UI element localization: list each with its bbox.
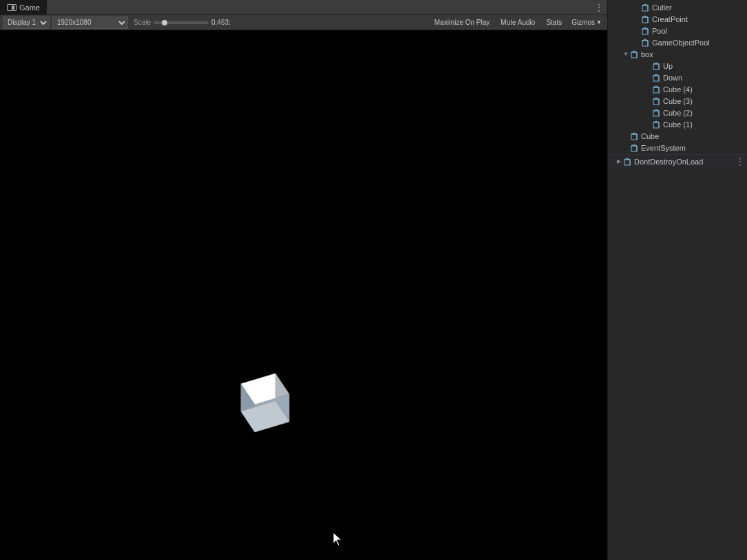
hierarchy-item-down[interactable]: Down [608, 72, 747, 83]
cube-icon-cube2 [652, 108, 662, 118]
hierarchy-item-pool[interactable]: Pool [608, 25, 747, 36]
svg-rect-22 [653, 64, 659, 69]
svg-rect-19 [631, 52, 637, 58]
cube-icon-culler [641, 3, 651, 12]
scale-value: 0.463: [211, 19, 231, 26]
scale-slider-thumb [162, 20, 167, 25]
cube-icon-eventsystem [630, 143, 640, 153]
game-tab[interactable]: Game [0, 0, 47, 14]
label-cube3: Cube (3) [663, 97, 693, 105]
label-gameobjectpool: GameObjectPool [652, 39, 710, 47]
expand-up [644, 62, 652, 70]
cube-svg [224, 367, 306, 435]
hierarchy-item-box[interactable]: box [608, 48, 747, 60]
expand-down [644, 74, 652, 82]
display-select[interactable]: Display 1 [3, 17, 50, 29]
svg-marker-17 [642, 39, 648, 41]
mute-audio-button[interactable]: Mute Audio [496, 17, 539, 29]
hierarchy-item-cube2[interactable]: Cube (2) [608, 107, 747, 118]
expand-cube4 [644, 85, 652, 94]
gizmos-dropdown[interactable]: Gizmos ▼ [569, 17, 604, 29]
cube-icon-cube4 [652, 85, 662, 94]
expand-box[interactable] [622, 50, 630, 58]
svg-marker-32 [653, 98, 659, 99]
hierarchy-panel: Culler CreatPoint Pool [607, 0, 747, 560]
hierarchy-content: Culler CreatPoint Pool [608, 0, 747, 560]
svg-marker-20 [631, 51, 637, 52]
svg-rect-31 [653, 99, 659, 105]
hierarchy-item-eventsystem[interactable]: EventSystem [608, 142, 747, 153]
label-creatpoint: CreatPoint [652, 15, 688, 23]
cube-icon-cube3 [652, 96, 662, 106]
expand-cube1 [644, 120, 652, 129]
svg-marker-38 [653, 121, 659, 122]
cube-3d [224, 367, 306, 437]
hierarchy-item-cube3[interactable]: Cube (3) [608, 95, 747, 107]
scale-label: Scale [134, 19, 151, 26]
expand-pool [633, 27, 641, 35]
hierarchy-item-culler[interactable]: Culler [608, 1, 747, 13]
hierarchy-item-cube1[interactable]: Cube (1) [608, 118, 747, 130]
cube-icon-pool [641, 26, 651, 36]
svg-marker-11 [642, 16, 648, 17]
cube-icon-cube1 [652, 120, 662, 129]
hierarchy-item-cube[interactable]: Cube [608, 130, 747, 142]
stats-button[interactable]: Stats [542, 17, 566, 29]
svg-marker-41 [631, 133, 637, 134]
dontdestroy-more[interactable]: ⋮ [736, 157, 744, 166]
svg-marker-14 [642, 28, 648, 29]
label-eventsystem: EventSystem [641, 144, 686, 152]
svg-rect-25 [653, 76, 659, 81]
game-icon [7, 4, 17, 11]
expand-culler [633, 3, 641, 12]
expand-gameobjectpool [633, 39, 641, 47]
main-layout: Game ⋮ Display 1 1920x1080 Scale 0.463: … [0, 0, 747, 560]
expand-creatpoint [633, 15, 641, 23]
game-panel: Game ⋮ Display 1 1920x1080 Scale 0.463: … [0, 0, 607, 560]
tab-more-button[interactable]: ⋮ [593, 2, 604, 13]
resolution-select[interactable]: 1920x1080 [52, 17, 128, 29]
hierarchy-item-cube4[interactable]: Cube (4) [608, 83, 747, 95]
cube-icon-up [652, 61, 662, 71]
label-up: Up [663, 62, 673, 70]
scale-slider-container: 0.463: [154, 19, 231, 26]
cube-icon-box [630, 50, 640, 59]
maximize-on-play-button[interactable]: Maximize On Play [430, 17, 494, 29]
expand-dontdestroy[interactable] [615, 158, 623, 166]
svg-rect-16 [642, 41, 648, 46]
cube-icon-down [652, 73, 662, 83]
label-cube: Cube [641, 132, 659, 140]
game-tab-label: Game [19, 3, 40, 12]
game-viewport[interactable] [0, 30, 607, 560]
label-cube2: Cube (2) [663, 109, 693, 117]
gizmos-arrow: ▼ [596, 19, 602, 25]
svg-rect-28 [653, 87, 659, 93]
svg-marker-44 [631, 144, 637, 146]
cube-icon-cube [630, 131, 640, 141]
svg-marker-29 [653, 86, 659, 87]
svg-rect-10 [642, 17, 648, 23]
cube-icon-gameobjectpool [641, 38, 651, 47]
expand-cube [622, 132, 630, 140]
svg-rect-37 [653, 122, 659, 128]
svg-marker-47 [624, 158, 630, 160]
svg-marker-23 [653, 63, 659, 64]
scale-slider[interactable] [154, 21, 209, 24]
svg-rect-34 [653, 111, 659, 116]
svg-rect-40 [631, 134, 637, 140]
hierarchy-item-creatpoint[interactable]: CreatPoint [608, 13, 747, 25]
label-pool: Pool [652, 27, 667, 35]
label-down: Down [663, 74, 682, 82]
cube-icon-dontdestroy [623, 157, 633, 166]
svg-rect-13 [642, 29, 648, 34]
expand-cube3 [644, 97, 652, 105]
label-culler: Culler [652, 3, 672, 12]
hierarchy-divider [608, 154, 747, 155]
svg-rect-43 [631, 146, 637, 151]
svg-marker-6 [333, 532, 341, 546]
svg-rect-46 [624, 160, 630, 165]
hierarchy-item-dontdestroy[interactable]: DontDestroyOnLoad ⋮ [608, 155, 747, 167]
hierarchy-item-up[interactable]: Up [608, 60, 747, 72]
game-toolbar: Display 1 1920x1080 Scale 0.463: Maximiz… [0, 15, 607, 30]
hierarchy-item-gameobjectpool[interactable]: GameObjectPool [608, 36, 747, 48]
